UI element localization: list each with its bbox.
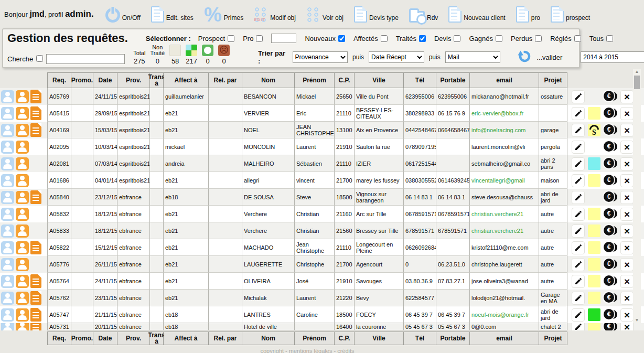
column-header-date[interactable]: Date <box>93 331 117 345</box>
client-orange-person-icon[interactable] <box>16 191 29 204</box>
column-header-nom[interactable]: Nom <box>242 331 295 345</box>
edit-pencil-button[interactable] <box>572 241 585 254</box>
toolbar-item-onoff[interactable]: On/Off <box>105 8 141 23</box>
column-header-affect[interactable]: Affect à <box>164 72 209 88</box>
euro-coins-button[interactable]: € <box>604 158 617 169</box>
edit-pencil-button[interactable] <box>572 157 585 170</box>
client-orange-person-icon[interactable] <box>16 241 29 254</box>
edit-pencil-button[interactable] <box>572 90 585 103</box>
orange-document-icon[interactable] <box>30 323 41 330</box>
euro-coins-button[interactable]: € <box>604 208 617 220</box>
euro-coins-button[interactable]: € <box>604 323 617 330</box>
delete-button[interactable]: × <box>620 208 634 221</box>
client-blue-person-icon[interactable] <box>1 107 14 120</box>
client-orange-person-icon[interactable] <box>16 107 29 120</box>
client-orange-person-icon[interactable] <box>16 224 29 238</box>
copyright-links[interactable]: copyright - mentions légales - crédits <box>47 345 567 353</box>
edit-pencil-button[interactable] <box>572 308 585 322</box>
column-header-trans[interactable]: Trans à <box>150 331 164 345</box>
scroll-up-icon[interactable]: ▲ <box>635 69 639 74</box>
refresh-icon[interactable] <box>518 49 532 65</box>
client-blue-person-icon[interactable] <box>1 275 14 288</box>
column-header-prov[interactable]: Prov. <box>117 331 150 345</box>
orange-document-icon[interactable] <box>30 123 41 137</box>
delete-button[interactable]: × <box>620 275 634 288</box>
delete-button[interactable]: × <box>620 174 634 187</box>
orange-document-icon[interactable] <box>30 90 41 103</box>
client-orange-person-icon[interactable] <box>16 124 29 137</box>
vertical-scrollbar[interactable]: ▲ ▼ <box>633 69 641 323</box>
client-orange-person-icon[interactable] <box>16 323 29 330</box>
orange-document-icon[interactable] <box>30 291 41 305</box>
column-header-promo[interactable]: Promo. <box>71 331 93 345</box>
client-orange-person-icon[interactable] <box>16 157 29 170</box>
column-header-cp[interactable]: C.P. <box>335 72 355 88</box>
delete-button[interactable]: × <box>620 241 634 254</box>
client-blue-person-icon[interactable] <box>1 124 14 137</box>
client-orange-person-icon[interactable] <box>16 90 29 103</box>
filter-checkbox-traites[interactable] <box>419 35 426 42</box>
filter-checkbox-regles[interactable] <box>574 35 581 42</box>
filter-checkbox-devis[interactable] <box>454 35 460 42</box>
column-header-trans[interactable]: Trans à <box>150 72 164 88</box>
orange-document-icon[interactable] <box>30 274 41 288</box>
column-header-prenom[interactable]: Prénom <box>295 72 335 88</box>
delete-button[interactable]: × <box>620 292 634 305</box>
filter-free-input[interactable] <box>271 34 296 43</box>
edit-pencil-button[interactable] <box>572 191 585 204</box>
scroll-down-icon[interactable]: ▼ <box>635 318 639 323</box>
column-header-ville[interactable]: Ville <box>355 72 404 88</box>
client-blue-person-icon[interactable] <box>1 323 14 330</box>
toolbar-item-prospect[interactable]: prospect <box>551 6 590 23</box>
column-header-email[interactable]: email <box>470 331 539 345</box>
sort-third-select[interactable]: Mail <box>445 51 501 63</box>
edit-pencil-button[interactable] <box>572 174 585 187</box>
client-blue-person-icon[interactable] <box>1 224 14 238</box>
column-header-req[interactable]: Req. <box>47 331 71 345</box>
toolbar-item-primes[interactable]: %Primes <box>204 7 243 23</box>
orange-document-icon[interactable] <box>30 308 41 322</box>
client-blue-person-icon[interactable] <box>1 191 14 204</box>
delete-button[interactable]: × <box>620 124 634 137</box>
client-blue-person-icon[interactable] <box>1 292 14 305</box>
delete-button[interactable]: × <box>620 323 634 330</box>
euro-coins-button[interactable]: € <box>604 225 617 237</box>
column-header-rel[interactable]: Rel. par <box>209 72 242 88</box>
toolbar-item-devis-type[interactable]: Devis type <box>354 6 399 23</box>
year-range-select[interactable]: 2014 à 2015 <box>581 51 644 63</box>
column-header-projet[interactable]: Projet <box>539 72 567 88</box>
client-orange-person-icon[interactable] <box>16 275 29 288</box>
toolbar-item-nouveau-client[interactable]: Nouveau client <box>448 6 505 23</box>
column-header-promo[interactable]: Promo. <box>71 72 93 88</box>
column-header-rel[interactable]: Rel. par <box>209 331 242 345</box>
column-header-tel[interactable]: Tél <box>404 72 436 88</box>
orange-document-icon[interactable] <box>30 241 41 254</box>
toolbar-item-voir-obj[interactable]: Voir obj <box>306 7 344 23</box>
column-header-projet[interactable]: Projet <box>539 331 567 345</box>
delete-button[interactable]: × <box>620 157 634 170</box>
filter-checkbox-pro[interactable] <box>256 35 263 42</box>
euro-coins-button[interactable]: € <box>604 108 617 119</box>
delete-button[interactable]: × <box>620 308 634 322</box>
column-header-ville[interactable]: Ville <box>355 331 404 345</box>
column-header-prov[interactable]: Prov. <box>117 72 150 88</box>
client-orange-person-icon[interactable] <box>16 308 29 322</box>
client-orange-person-icon[interactable] <box>16 174 29 187</box>
euro-coins-button[interactable]: € <box>604 275 617 287</box>
client-orange-person-icon[interactable] <box>16 258 29 271</box>
edit-pencil-button[interactable] <box>572 323 585 330</box>
toolbar-item-pro[interactable]: pro <box>516 6 540 23</box>
filter-checkbox-prospect[interactable] <box>228 35 234 42</box>
orange-document-icon[interactable] <box>30 190 41 204</box>
client-blue-person-icon[interactable] <box>1 141 14 154</box>
client-blue-person-icon[interactable] <box>1 241 14 254</box>
edit-pencil-button[interactable] <box>572 124 585 137</box>
delete-button[interactable]: × <box>620 107 634 120</box>
delete-button[interactable]: × <box>620 224 634 238</box>
filter-checkbox-tous[interactable] <box>606 35 613 42</box>
edit-pencil-button[interactable] <box>572 208 585 221</box>
scroll-thumb[interactable] <box>634 76 640 89</box>
orange-document-icon[interactable] <box>30 106 41 120</box>
client-blue-person-icon[interactable] <box>1 258 14 271</box>
column-header-nom[interactable]: Nom <box>242 72 295 88</box>
